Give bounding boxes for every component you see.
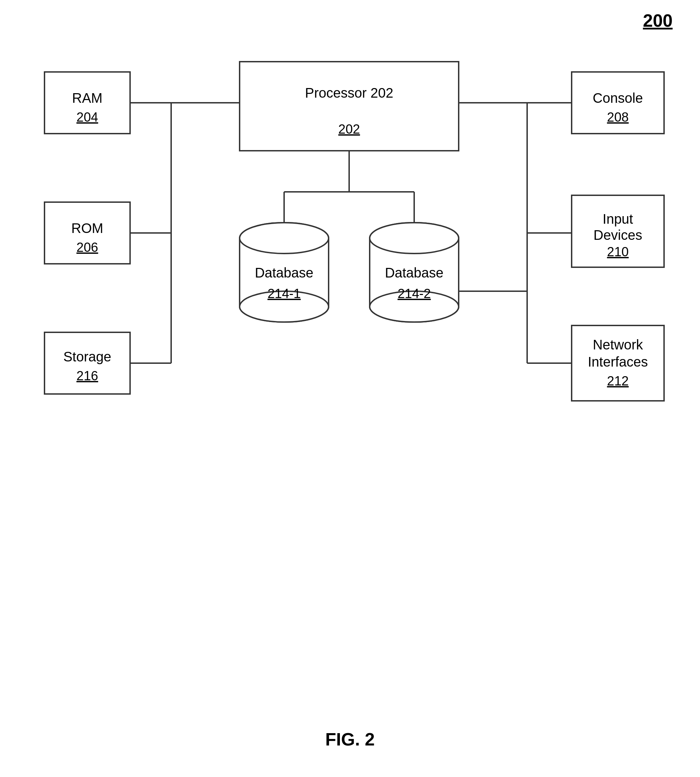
ram-number: 204: [76, 110, 98, 124]
ram-label: RAM: [72, 90, 103, 105]
diagram-svg: .box { fill: white; stroke: #333; stroke…: [20, 27, 678, 541]
console-label: Console: [593, 90, 643, 105]
database2-label: Database: [385, 265, 443, 280]
console-number: 208: [607, 110, 628, 124]
processor-number: 202: [338, 122, 360, 136]
processor-label: Processor 202: [305, 85, 393, 100]
storage-number: 216: [76, 369, 98, 383]
storage-label: Storage: [63, 349, 111, 364]
database2-number: 214-2: [397, 286, 431, 301]
svg-point-21: [240, 223, 328, 254]
database1-number: 214-1: [267, 286, 300, 301]
network-label-1: Network: [593, 337, 643, 352]
network-number: 212: [607, 374, 628, 388]
rom-label: ROM: [71, 221, 103, 236]
rom-number: 206: [76, 240, 98, 254]
database1-label: Database: [255, 265, 313, 280]
input-devices-label-1: Input: [603, 211, 633, 226]
fig-label: FIG. 2: [325, 729, 375, 750]
input-devices-number: 210: [607, 245, 628, 259]
svg-point-29: [370, 223, 459, 254]
input-devices-label-2: Devices: [593, 227, 642, 242]
network-label-2: Interfaces: [588, 354, 648, 369]
processor-box: [240, 62, 459, 151]
